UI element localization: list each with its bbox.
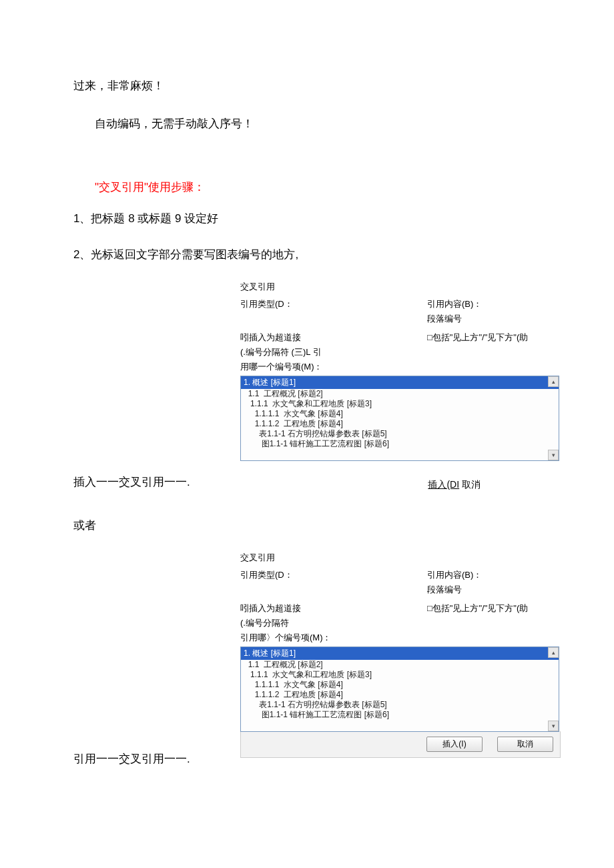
step-2: 2、光标返回文字部分需要写图表编号的地方, [73, 246, 541, 264]
list-item[interactable]: 1.1 工程概况 [标题2] [241, 389, 559, 399]
ref-content-label: 引用内容(B)： [427, 569, 561, 581]
dialog-title: 交叉引用 [240, 281, 541, 293]
ref-type-label: 引用类型(D： [240, 569, 427, 581]
list-item[interactable]: 图1.1-1 锚杆施工工艺流程图 [标题6] [241, 439, 559, 449]
which-item-label: 引用哪〉个编号项(M)： [240, 632, 541, 644]
scroll-down-icon[interactable]: ▾ [548, 450, 559, 460]
numbered-items-listbox[interactable]: 1. 概述 [标题1] 1.1 工程概况 [标题2] 1.1.1 水文气象和工程… [240, 376, 559, 461]
insert-button[interactable]: 插入(DI [428, 479, 459, 490]
list-item[interactable]: 1.1.1.1 水文气象 [标题4] [241, 680, 559, 690]
steps-heading: "交叉引用"使用步骤： [95, 179, 541, 195]
caption-insert-crossref: 插入一一交叉引用一一. [73, 473, 190, 491]
scroll-up-icon[interactable]: ▴ [548, 647, 559, 658]
scroll-down-icon[interactable]: ▾ [548, 721, 559, 731]
cancel-button[interactable]: 取消 [462, 479, 481, 490]
cross-ref-dialog-2: 交叉引用 引用类型(D： 引用内容(B)： 段落编号 吲插入为超道接 (.编号分… [240, 552, 541, 758]
list-item[interactable]: 1.1 工程概况 [标题2] [241, 660, 559, 670]
text-line-2: 自动编码，无需手动敲入序号！ [95, 115, 541, 133]
list-item[interactable]: 1.1.1 水文气象和工程地质 [标题3] [241, 399, 559, 409]
include-above-below-checkbox[interactable]: □包括"见上方"/"见下方"(助 [427, 602, 561, 614]
insert-hyperlink-checkbox[interactable]: 吲插入为超道接 [240, 332, 427, 344]
caption-ref-crossref: 引用一一交叉引用一一. [73, 750, 541, 768]
list-item[interactable]: 1.1.1.2 工程地质 [标题4] [241, 419, 559, 429]
which-item-label: 用哪一个编号项(M)： [240, 361, 541, 373]
scroll-up-icon[interactable]: ▴ [548, 376, 559, 387]
cross-ref-dialog-1: 交叉引用 引用类型(D： 引用内容(B)： 段落编号 吲插入为超道接 (.编号分… [240, 281, 541, 461]
list-item[interactable]: 1.1.1.2 工程地质 [标题4] [241, 690, 559, 700]
ref-content-label: 引用内容(B)： [427, 298, 561, 310]
include-above-below-checkbox[interactable]: □包括"见上方"/"见下方"(助 [427, 332, 561, 344]
numbered-items-listbox[interactable]: 1. 概述 [标题1] 1.1 工程概况 [标题2] 1.1.1 水文气象和工程… [240, 646, 559, 732]
list-item-selected[interactable]: 1. 概述 [标题1] [241, 376, 559, 389]
list-item[interactable]: 1.1.1.1 水文气象 [标题4] [241, 409, 559, 419]
ref-type-label: 引用类型(D： [240, 298, 427, 310]
list-item[interactable]: 表1.1-1 石方明挖钻爆参数表 [标题5] [241, 700, 559, 710]
list-item-selected[interactable]: 1. 概述 [标题1] [241, 647, 559, 660]
insert-hyperlink-checkbox[interactable]: 吲插入为超道接 [240, 602, 427, 614]
dialog-title: 交叉引用 [240, 552, 541, 564]
insert-button[interactable]: 插入(I) [426, 737, 483, 752]
step-1: 1、把标题 8 或标题 9 设定好 [73, 209, 541, 228]
separator-note: (.编号分隔符 (三)L 引 [240, 346, 427, 358]
cancel-button[interactable]: 取消 [497, 737, 553, 752]
text-line-1: 过来，非常麻烦！ [73, 77, 541, 95]
ref-content-value[interactable]: 段落编号 [427, 313, 561, 325]
text-or: 或者 [73, 516, 541, 534]
ref-content-value[interactable]: 段落编号 [427, 584, 561, 596]
list-item[interactable]: 表1.1-1 石方明挖钻爆参数表 [标题5] [241, 429, 559, 439]
list-item[interactable]: 图1.1-1 锚杆施工工艺流程图 [标题6] [241, 710, 559, 720]
list-item[interactable]: 1.1.1 水文气象和工程地质 [标题3] [241, 670, 559, 680]
separator-note: (.编号分隔符 [240, 617, 427, 629]
